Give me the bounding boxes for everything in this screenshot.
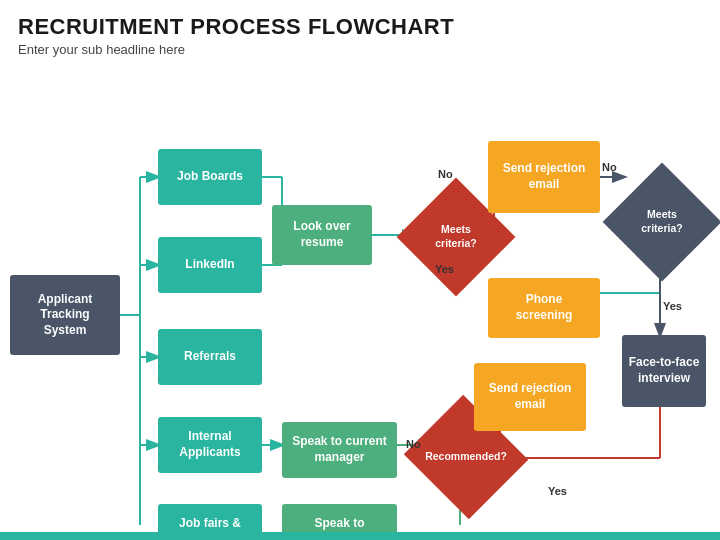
no-label-recommended: No bbox=[406, 438, 421, 450]
look-over-resume-box: Look over resume bbox=[272, 205, 372, 265]
phone-screening-box: Phone screening bbox=[488, 278, 600, 338]
face-to-face-box: Face-to-face interview bbox=[622, 335, 706, 407]
internal-applicants-box: Internal Applicants bbox=[158, 417, 262, 473]
ats-box: Applicant Tracking System bbox=[10, 275, 120, 355]
flowchart: Applicant Tracking System Job Boards Lin… bbox=[0, 65, 720, 525]
referrals-box: Referrals bbox=[158, 329, 262, 385]
rejection-1-box: Send rejection email bbox=[488, 141, 600, 213]
subtitle: Enter your sub headline here bbox=[18, 42, 702, 57]
no-label-criteria2: No bbox=[602, 161, 617, 173]
yes-label-1: Yes bbox=[435, 263, 454, 275]
job-boards-box: Job Boards bbox=[158, 149, 262, 205]
speak-manager-box: Speak to current manager bbox=[282, 422, 397, 478]
bottom-bar bbox=[0, 532, 720, 540]
yes-label-criteria2: Yes bbox=[663, 300, 682, 312]
main-title: RECRUITMENT PROCESS FLOWCHART bbox=[18, 14, 702, 40]
header: RECRUITMENT PROCESS FLOWCHART Enter your… bbox=[0, 0, 720, 61]
meets-criteria-2-diamond: Meets criteria? bbox=[620, 180, 704, 264]
rejection-2-box: Send rejection email bbox=[474, 363, 586, 431]
meets-criteria-1-diamond: Meets criteria? bbox=[414, 195, 498, 279]
yes-label-recommended: Yes bbox=[548, 485, 567, 497]
linkedin-box: LinkedIn bbox=[158, 237, 262, 293]
no-label-1: No bbox=[438, 168, 453, 180]
